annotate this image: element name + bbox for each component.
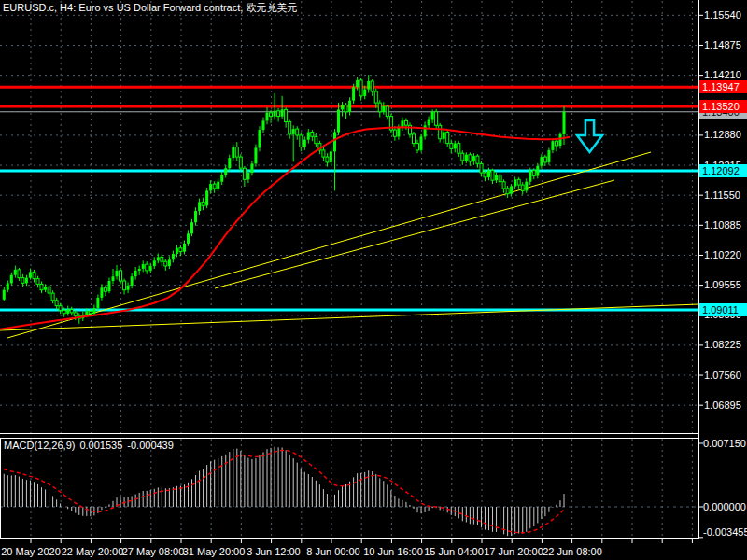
candle-body — [92, 308, 95, 314]
candle-body — [96, 298, 99, 308]
price-axis-label: 1.10220 — [704, 249, 741, 260]
resistance-badge-1: 1.13947 — [699, 80, 747, 93]
candle-body — [337, 109, 340, 132]
candle-body — [247, 173, 249, 179]
candle-body — [33, 272, 35, 278]
candle-body — [108, 281, 111, 291]
candle-body — [439, 125, 442, 139]
support-badge-1: 1.12092 — [699, 164, 747, 177]
trendline[interactable] — [215, 180, 614, 288]
candle-body — [416, 144, 419, 150]
candle-body — [142, 264, 145, 269]
candle-body — [36, 279, 39, 285]
price-axis-label: 1.09555 — [704, 279, 741, 290]
candle-body — [243, 168, 246, 179]
candle-body — [149, 266, 152, 271]
candle-body — [232, 147, 234, 159]
candle-body — [495, 175, 498, 180]
candle-body — [547, 150, 550, 162]
candle-body — [443, 133, 445, 139]
candle-body — [536, 166, 539, 176]
candle-body — [465, 155, 468, 161]
candle-body — [172, 254, 175, 259]
chart-title: EURUSD.c, H4: Euro vs US Dollar Forward … — [3, 2, 297, 14]
candle-body — [330, 151, 332, 162]
candle-body — [153, 260, 156, 266]
candle-body — [250, 163, 253, 173]
candle-body — [217, 182, 219, 189]
macd-indicator-label: MACD(12,26,9)0.001535-0.000439 — [4, 440, 178, 452]
candle-body — [413, 134, 416, 144]
candle-body — [123, 281, 126, 290]
moving-average-line — [0, 127, 570, 329]
candle-body — [532, 171, 535, 176]
price-axis-label: 1.12880 — [704, 129, 741, 140]
candle-body — [138, 269, 141, 271]
candle-body — [476, 156, 479, 163]
candle-body — [224, 168, 227, 175]
candle-body — [315, 136, 317, 143]
candle-body — [127, 286, 130, 290]
candle-body — [506, 189, 509, 194]
candle-body — [551, 141, 554, 150]
candle-body — [517, 179, 520, 185]
candle-body — [202, 202, 204, 205]
price-axis-label: 1.14875 — [704, 39, 741, 50]
candle-body — [44, 287, 47, 289]
candle-body — [420, 136, 423, 150]
candle-body — [205, 190, 208, 205]
candle-body — [352, 87, 355, 101]
candle-body — [461, 153, 464, 161]
candle-body — [277, 111, 280, 117]
candle-body — [281, 109, 284, 116]
candle-body — [348, 101, 351, 112]
macd-axis-label: 0.000000 — [703, 501, 746, 512]
macd-axis-label: -0.003455 — [703, 526, 747, 538]
candle-body — [51, 293, 54, 301]
candle-body — [164, 261, 167, 266]
candle-body — [404, 120, 407, 125]
candle-body — [194, 211, 197, 222]
candle-body — [116, 271, 119, 276]
candle-body — [359, 80, 362, 96]
candle-body — [25, 278, 28, 284]
candle-body — [183, 244, 186, 252]
chart-canvas[interactable] — [0, 0, 747, 560]
time-axis-label: 22 Jun 08:00 — [0, 546, 747, 557]
candle-body — [55, 301, 58, 306]
candle-body — [21, 278, 24, 284]
candle-body — [262, 120, 265, 130]
candle-body — [428, 120, 430, 126]
resistance-badge-2: 1.13520 — [699, 100, 747, 113]
candle-body — [529, 171, 531, 182]
candle-body — [333, 133, 336, 152]
candle-body — [146, 264, 148, 271]
trendline[interactable] — [0, 304, 698, 330]
candle-body — [63, 310, 65, 313]
candle-body — [10, 275, 13, 284]
candle-body — [134, 271, 137, 276]
price-axis-label: 1.08225 — [704, 339, 741, 350]
candle-body — [228, 158, 231, 168]
macd-signal-line — [4, 450, 564, 532]
candle-body — [176, 248, 178, 254]
candle-body — [29, 272, 32, 277]
candle-body — [213, 184, 216, 189]
price-axis-label: 1.06895 — [704, 399, 741, 411]
candle-body — [14, 270, 17, 275]
candle-body — [220, 175, 223, 181]
candle-body — [303, 140, 306, 147]
candle-body — [104, 287, 106, 291]
candle-body — [274, 111, 276, 117]
price-axis-label: 1.14210 — [704, 69, 741, 80]
price-axis-label: 1.10885 — [704, 219, 741, 231]
down-arrow-annotation[interactable] — [577, 120, 602, 152]
candle-body — [187, 233, 190, 244]
candle-body — [198, 202, 201, 211]
candle-body — [254, 147, 257, 163]
candle-body — [431, 112, 434, 120]
candle-body — [454, 144, 457, 149]
candle-body — [525, 182, 528, 191]
candle-body — [472, 156, 475, 161]
candle-body — [59, 306, 62, 311]
